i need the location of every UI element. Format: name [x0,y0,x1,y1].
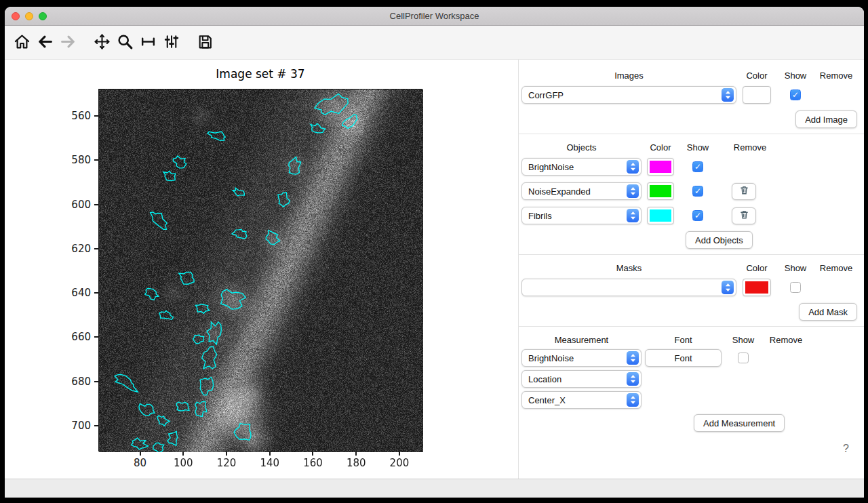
zoom-icon [117,33,134,52]
object-select-value: BrightNoise [528,162,574,172]
images-header-row: Images Color Show Remove [521,71,859,81]
images-show-header: Show [782,71,809,81]
measurement-feature-row: Center_X [521,391,859,409]
object-remove-button[interactable] [732,207,756,224]
object-show-checkbox[interactable] [692,210,703,221]
x-tick-label: 80 [134,457,146,469]
popup-stepper-icon [722,88,734,102]
popup-stepper-icon [627,393,639,407]
add-objects-button[interactable]: Add Objects [686,231,753,249]
measurement-category-select[interactable]: Location [521,370,642,388]
mask-select[interactable] [521,279,736,296]
pan-button[interactable] [91,31,113,54]
popup-stepper-icon [722,281,734,294]
add-measurement-button[interactable]: Add Measurement [694,414,785,432]
y-tick-label: 640 [71,287,91,299]
back-button[interactable] [34,31,56,54]
object-color-swatch[interactable] [647,158,674,176]
object-show-checkbox[interactable] [692,161,703,172]
objects-remove-header: Remove [731,142,769,153]
image-show-checkbox[interactable] [790,89,801,100]
y-tick-mark [94,115,98,117]
measurement-show-checkbox[interactable] [738,353,749,363]
measurement-feature-value: Center_X [528,395,566,405]
plot-title: Image set # 37 [98,67,422,81]
x-tick-label: 120 [217,457,237,469]
add-image-button[interactable]: Add Image [795,110,857,128]
traffic-lights [12,7,47,25]
forward-button[interactable] [57,31,79,54]
trash-icon [739,185,749,197]
popup-stepper-icon [627,160,639,174]
zoom-window-button[interactable] [39,12,47,20]
measurement-section: Measurement Font Show Remove BrightNoise… [521,327,864,460]
object-remove-button[interactable] [732,183,756,200]
help-button[interactable]: ? [843,443,849,455]
color-fill [650,209,671,222]
x-tick-label: 100 [174,457,193,469]
image-color-swatch[interactable] [743,86,771,104]
y-tick-mark [94,292,98,294]
object-row: NoiseExpanded [521,182,859,200]
mask-color-swatch[interactable] [743,279,771,296]
subplots-icon [163,33,180,52]
navigation-toolbar [5,26,864,60]
image-row: CorrGFP [521,86,859,104]
measurement-button-row: Add Measurement [521,414,859,432]
y-tick-label: 560 [71,110,91,122]
y-tick-mark [94,336,98,338]
x-tick-mark [226,451,227,456]
y-tick-label: 680 [71,376,91,388]
minimize-window-button[interactable] [25,12,33,20]
axes-extent-button[interactable] [137,31,159,54]
pan-icon [94,33,111,52]
masks-remove-header: Remove [817,263,855,273]
microscopy-image[interactable] [99,89,423,452]
mask-show-checkbox[interactable] [790,282,801,293]
image-select[interactable]: CorrGFP [521,86,736,104]
measurement-font-header: Font [645,335,722,345]
trash-icon [739,209,749,222]
save-icon [197,33,214,52]
objects-show-header: Show [684,142,711,153]
objects-section: Objects Color Show Remove BrightNoise No [521,134,864,254]
object-show-checkbox[interactable] [692,186,703,197]
y-tick-label: 580 [71,154,91,166]
close-window-button[interactable] [12,12,20,20]
y-tick-mark [94,425,98,426]
images-header: Images [521,71,736,81]
color-fill [745,281,768,294]
home-button[interactable] [11,31,33,54]
x-tick-mark [399,451,400,456]
masks-color-header: Color [743,263,771,273]
popup-stepper-icon [627,351,639,365]
subplots-button[interactable] [160,31,182,54]
control-panel: Images Color Show Remove CorrGFP Add Ima… [518,60,864,479]
x-tick-label: 180 [347,457,366,469]
object-select[interactable]: NoiseExpanded [521,182,642,200]
x-tick-mark [182,451,184,456]
object-color-swatch[interactable] [647,182,674,200]
save-button[interactable] [194,31,216,54]
y-tick-label: 600 [71,199,91,211]
zoom-button[interactable] [114,31,136,54]
measurement-remove-header: Remove [767,335,805,345]
color-fill [745,89,768,101]
mask-row [521,279,859,296]
object-select[interactable]: Fibrils [521,207,642,224]
object-row: Fibrils [521,207,859,224]
add-mask-button[interactable]: Add Mask [799,303,857,321]
object-select-value: Fibrils [528,211,552,221]
font-button[interactable]: Font [645,349,722,367]
objects-button-row: Add Objects [521,231,859,249]
image-select-value: CorrGFP [528,90,564,100]
measurement-category-value: Location [528,374,561,384]
measurement-feature-select[interactable]: Center_X [521,391,642,409]
object-select[interactable]: BrightNoise [521,158,642,176]
measurement-object-row: BrightNoise Font [521,349,859,367]
object-color-swatch[interactable] [647,207,674,224]
measurement-object-select[interactable]: BrightNoise [521,349,642,367]
home-icon [14,33,31,52]
measurement-header: Measurement [521,335,642,345]
measurement-header-row: Measurement Font Show Remove [521,335,859,345]
